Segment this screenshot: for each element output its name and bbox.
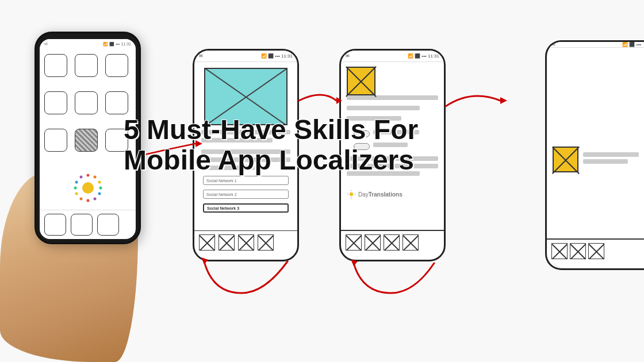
- svg-point-14: [74, 187, 76, 190]
- svg-point-19: [351, 190, 351, 191]
- card1-image: [347, 67, 375, 95]
- phone2-input-1[interactable]: Social Network 1: [203, 176, 289, 185]
- app-icon-4: [44, 91, 67, 114]
- bottom-icon-1: [199, 234, 215, 251]
- phone3-icon-2: [365, 234, 381, 251]
- phone4-icon-1: [551, 243, 568, 259]
- card4-1-lines: [583, 152, 639, 167]
- svg-point-10: [93, 198, 96, 201]
- phone2-input-2[interactable]: Social Network 2: [203, 190, 289, 199]
- phone4-bottom-icons: [547, 238, 644, 263]
- phone3-icon-3: [384, 234, 400, 251]
- bottom-app-3: [97, 214, 119, 236]
- hand-phone-area: ✉ 📶 ⬛ ••• 11:31: [0, 0, 184, 362]
- svg-point-9: [98, 192, 101, 195]
- svg-point-21: [347, 194, 348, 194]
- phone2-status-right: 📶 ⬛ ••• 11:31: [261, 53, 293, 59]
- phone4-card-1: [550, 51, 642, 269]
- headline-line1: 5 Must-Have Skills For: [124, 115, 418, 145]
- svg-point-5: [86, 174, 89, 177]
- svg-point-18: [350, 192, 353, 196]
- phone3-icon-1: [346, 234, 362, 251]
- phone3-icon-4: [402, 234, 419, 251]
- app-icon-3: [105, 54, 128, 77]
- phone4-icon-2: [570, 243, 586, 259]
- svg-point-16: [79, 176, 82, 179]
- app-icon-2: [75, 54, 98, 77]
- bottom-icon-3: [238, 234, 254, 251]
- svg-point-13: [75, 192, 78, 195]
- svg-point-12: [79, 198, 82, 201]
- phone4-list: [547, 48, 644, 270]
- svg-point-6: [93, 176, 96, 179]
- status-right: 📶 ⬛ ••• 11:31: [103, 42, 131, 47]
- phone2-input-3[interactable]: Social Network 3: [203, 203, 289, 213]
- phone2-status-left: ✉: [199, 53, 203, 59]
- phone-screen: ✉ 📶 ⬛ ••• 11:31: [40, 39, 136, 239]
- phone-status-bar: ✉ 📶 ⬛ ••• 11:31: [40, 39, 136, 49]
- logo-area: [40, 166, 136, 210]
- svg-point-22: [351, 198, 351, 198]
- svg-point-7: [98, 181, 101, 184]
- main-scene: ✉ 📶 ⬛ ••• 11:31: [0, 0, 644, 362]
- phone2-bottom-icons: [194, 230, 297, 254]
- svg-point-11: [86, 199, 89, 202]
- svg-marker-2: [500, 97, 507, 104]
- phone-wireframe-4: ✉ 📶 ⬛ •••: [545, 40, 644, 270]
- bottom-app-2: [71, 214, 93, 236]
- svg-point-17: [82, 182, 94, 194]
- watermark-text: DayTranslations: [358, 191, 402, 198]
- app-icon-special: [75, 129, 98, 152]
- day-translations-logo-icon: [71, 171, 105, 205]
- svg-point-8: [99, 187, 102, 190]
- bottom-icon-4: [258, 234, 274, 251]
- headline-line2: Mobile App Localizers: [124, 145, 418, 176]
- phone2-status: ✉ 📶 ⬛ ••• 11:31: [194, 51, 297, 62]
- card4-1-image: [553, 147, 578, 172]
- svg-point-20: [355, 194, 355, 194]
- phone4-icon-3: [588, 243, 604, 259]
- app-icon-5: [75, 91, 98, 114]
- phone4-status: ✉ 📶 ⬛ •••: [547, 42, 644, 48]
- bottom-icon-2: [218, 234, 235, 251]
- bottom-app-row: [40, 210, 136, 239]
- title-overlay: 5 Must-Have Skills For Mobile App Locali…: [124, 115, 418, 176]
- watermark-sun-icon: [347, 190, 356, 199]
- app-icon-1: [44, 54, 67, 77]
- app-icon-6: [105, 91, 128, 114]
- app-icon-7: [44, 129, 67, 152]
- svg-point-15: [75, 181, 78, 184]
- phone3-watermark: DayTranslations: [341, 187, 444, 201]
- app-grid: [40, 49, 136, 166]
- status-left: ✉: [44, 42, 48, 47]
- phone3-status: ✉ 📶 ⬛ ••• 11:31: [341, 51, 444, 62]
- bottom-app-1: [44, 214, 66, 236]
- phone3-bottom-icons: [341, 230, 444, 254]
